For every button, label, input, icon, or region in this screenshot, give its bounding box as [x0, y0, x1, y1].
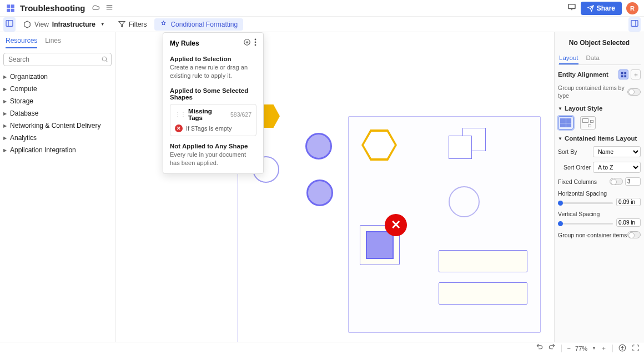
tree-item-organization[interactable]: ▶Organization [3, 71, 112, 83]
conditional-formatting-button[interactable]: Conditional Formatting [154, 18, 243, 31]
toggle-right-panel-button[interactable] [628, 17, 641, 32]
share-button[interactable]: Share [581, 2, 622, 15]
tab-data[interactable]: Data [586, 54, 600, 64]
tree-item-networking[interactable]: ▶Networking & Content Delivery [3, 119, 112, 132]
toggle-left-panel-button[interactable] [3, 17, 16, 32]
h-spacing-slider[interactable] [558, 202, 613, 204]
layout-style-title: ▼Layout Style [558, 105, 641, 112]
accessibility-icon[interactable] [618, 344, 626, 353]
presentation-icon[interactable] [567, 3, 576, 14]
svg-rect-5 [6, 20, 13, 26]
group-by-type-toggle[interactable]: ✕ [627, 88, 641, 96]
status-bar: − 77% ▼ ＋ [0, 342, 644, 354]
h-spacing-input[interactable] [616, 198, 641, 206]
container-shape[interactable] [439, 282, 527, 305]
circle-shape[interactable] [306, 180, 333, 206]
svg-point-16 [255, 42, 256, 43]
applied-to-selection-title: Applied to Selection [170, 56, 256, 62]
chevron-down-icon: ▼ [100, 22, 105, 27]
search-icon [101, 55, 108, 65]
align-grid-button[interactable] [618, 69, 628, 79]
entity-alignment-title: Entity Alignment [558, 71, 618, 78]
right-panel: No Object Selected Layout Data Entity Al… [554, 32, 644, 342]
error-icon: ✕ [175, 124, 183, 132]
tree-item-application-integration[interactable]: ▶Application Integration [3, 144, 112, 156]
circle-shape[interactable] [449, 186, 480, 217]
filters-button[interactable]: Filters [113, 18, 153, 31]
layout-style-nest-button[interactable] [580, 116, 596, 129]
view-dropdown[interactable]: View Infrastructure ▼ [18, 18, 110, 31]
zoom-in-button[interactable]: ＋ [601, 344, 607, 352]
svg-point-15 [255, 39, 256, 41]
overlapping-squares-shape[interactable] [449, 128, 489, 160]
rule-card-missing-tags[interactable]: ⋮⋮ Missing Tags 583/627 ✕ If $Tags is em… [170, 104, 256, 136]
applied-some-title: Applied to Some Selected Shapes [170, 87, 256, 101]
drag-handle-icon[interactable]: ⋮⋮ [175, 111, 186, 117]
redo-button[interactable] [548, 344, 556, 353]
fixed-columns-toggle[interactable]: ✕ [610, 178, 623, 185]
svg-rect-3 [568, 4, 575, 8]
hamburger-menu-icon[interactable] [105, 3, 113, 13]
circle-shape[interactable] [305, 133, 332, 159]
fullscreen-button[interactable] [632, 344, 640, 353]
left-panel: Resources Lines ▶Organization ▶Compute ▶… [0, 32, 115, 342]
layout-style-grid-button[interactable] [558, 116, 573, 129]
svg-point-23 [622, 346, 622, 347]
selection-title: No Object Selected [558, 37, 641, 54]
search-input[interactable] [3, 53, 112, 66]
container-shape[interactable] [439, 250, 527, 272]
chevron-right-icon: ▶ [3, 136, 7, 141]
chevron-right-icon: ▶ [3, 123, 7, 128]
avatar[interactable]: R [626, 2, 638, 14]
undo-button[interactable] [536, 344, 544, 353]
more-icon[interactable] [254, 38, 256, 48]
svg-line-11 [106, 61, 107, 62]
tab-resources[interactable]: Resources [6, 37, 37, 48]
chevron-right-icon: ▶ [3, 87, 7, 92]
chevron-right-icon: ▶ [3, 111, 7, 116]
group-noncontainer-toggle[interactable]: ✕ [627, 231, 641, 238]
svg-rect-20 [621, 75, 623, 77]
svg-rect-18 [621, 72, 623, 74]
hexagon-shape[interactable] [361, 129, 397, 161]
sort-by-select[interactable]: Name [593, 146, 641, 157]
svg-point-10 [102, 57, 107, 61]
v-spacing-slider[interactable] [558, 223, 613, 225]
cloud-sync-icon[interactable] [91, 3, 100, 14]
rules-panel: My Rules Applied to Selection Create a n… [163, 32, 264, 174]
entity-alignment-desc: Group contained items by type [558, 84, 627, 99]
error-badge-icon: ✕ [385, 214, 407, 236]
chevron-right-icon: ▶ [3, 148, 7, 153]
sort-order-select[interactable]: A to Z [593, 162, 641, 173]
chevron-right-icon: ▶ [3, 74, 7, 79]
square-shape[interactable] [366, 231, 394, 259]
svg-point-17 [255, 44, 256, 46]
zoom-out-button[interactable]: − [567, 345, 571, 352]
tree-item-database[interactable]: ▶Database [3, 107, 112, 119]
logo-icon [6, 3, 16, 13]
svg-rect-8 [631, 20, 638, 26]
canvas[interactable]: My Rules Applied to Selection Create a n… [115, 32, 554, 342]
top-bar: Troubleshooting Share R [0, 0, 644, 17]
svg-rect-19 [624, 72, 626, 74]
svg-marker-7 [119, 22, 125, 27]
not-applied-desc: Every rule in your document has been app… [170, 151, 256, 168]
container-shape[interactable]: ✕ [348, 116, 541, 333]
v-spacing-input[interactable] [616, 218, 641, 227]
tab-layout[interactable]: Layout [559, 54, 578, 64]
fixed-columns-input[interactable] [625, 177, 641, 186]
not-applied-title: Not Applied to Any Shape [170, 143, 256, 149]
zoom-level[interactable]: 77% [575, 345, 587, 352]
contained-items-layout-title: ▼Contained Items Layout [558, 135, 641, 142]
applied-to-selection-desc: Create a new rule or drag an existing ru… [170, 63, 256, 81]
share-button-label: Share [597, 4, 615, 12]
tree-item-storage[interactable]: ▶Storage [3, 95, 112, 107]
toolbar: View Infrastructure ▼ Filters Conditiona… [0, 17, 644, 32]
add-alignment-button[interactable]: ＋ [631, 69, 641, 79]
document-title: Troubleshooting [20, 3, 85, 13]
add-rule-button[interactable] [243, 38, 251, 48]
tab-lines[interactable]: Lines [45, 37, 61, 48]
tree-item-compute[interactable]: ▶Compute [3, 83, 112, 95]
zoom-dropdown[interactable]: ▼ [592, 346, 596, 351]
tree-item-analytics[interactable]: ▶Analytics [3, 132, 112, 144]
